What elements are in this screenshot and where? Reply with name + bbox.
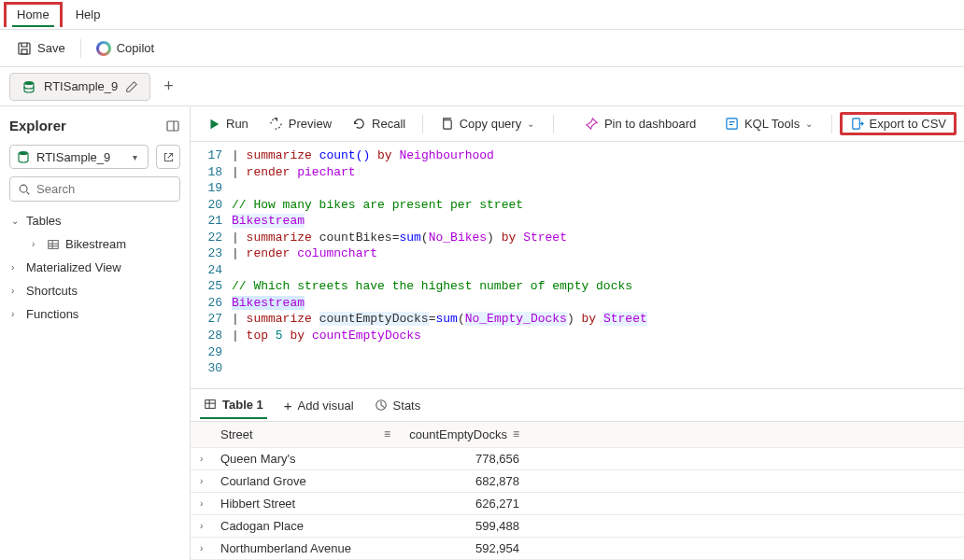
copilot-label: Copilot — [117, 41, 154, 55]
chevron-right-icon: › — [11, 309, 21, 319]
column-menu-icon[interactable]: ≡ — [513, 427, 519, 441]
table-row[interactable]: ›Hibbert Street626,271 — [191, 493, 964, 515]
save-button[interactable]: Save — [9, 37, 73, 60]
table-icon — [204, 398, 217, 411]
edit-icon[interactable] — [125, 80, 138, 93]
results-tab-stats[interactable]: Stats — [371, 393, 425, 418]
cell-street: Cadogan Place — [220, 519, 304, 533]
explorer-title: Explorer — [9, 118, 66, 133]
table-row[interactable]: ›Queen Mary's778,656 — [191, 448, 964, 470]
tools-icon — [725, 117, 739, 131]
chevron-right-icon[interactable]: › — [200, 476, 203, 486]
svg-rect-10 — [206, 400, 216, 409]
tree-shortcuts[interactable]: › Shortcuts — [9, 279, 180, 302]
save-icon — [17, 41, 32, 56]
recall-button[interactable]: Recall — [343, 113, 415, 134]
pin-icon — [585, 117, 599, 131]
file-tab[interactable]: RTISample_9 — [9, 73, 150, 101]
pin-dashboard-button[interactable]: Pin to dashboard — [575, 113, 705, 134]
preview-label: Preview — [289, 117, 332, 131]
table-row[interactable]: ›Cadogan Place599,488 — [191, 515, 964, 538]
svg-rect-1 — [21, 49, 27, 54]
preview-icon — [269, 117, 283, 131]
cell-count: 599,488 — [475, 519, 519, 533]
table-row[interactable]: ›Courland Grove682,878 — [191, 470, 964, 493]
collapse-panel-icon[interactable] — [165, 119, 180, 133]
col-count-label[interactable]: countEmptyDocks — [409, 427, 507, 441]
play-icon — [207, 118, 220, 131]
cell-count: 592,954 — [475, 541, 519, 555]
preview-button[interactable]: Preview — [260, 113, 341, 134]
cell-street: Hibbert Street — [220, 497, 295, 511]
tree-functions[interactable]: › Functions — [9, 302, 180, 326]
results-tab-table1[interactable]: Table 1 — [200, 392, 267, 419]
chevron-right-icon[interactable]: › — [200, 521, 203, 531]
svg-rect-7 — [443, 120, 450, 129]
export-icon — [850, 117, 864, 131]
cell-count: 626,271 — [475, 497, 519, 511]
menu-home[interactable]: Home — [4, 2, 63, 27]
chevron-down-icon: ⌄ — [527, 119, 536, 129]
cell-count: 778,656 — [475, 452, 519, 466]
line-gutter: 1718192021222324252627282930 — [191, 142, 232, 388]
run-label: Run — [226, 117, 248, 131]
chevron-right-icon[interactable]: › — [200, 498, 203, 509]
chevron-right-icon[interactable]: › — [200, 454, 203, 464]
column-menu-icon[interactable]: ≡ — [384, 427, 390, 441]
main-area: Run Preview Recall Copy query ⌄ Pin to d… — [191, 106, 964, 560]
kql-tools-button[interactable]: KQL Tools ⌄ — [716, 113, 824, 134]
tree-tables[interactable]: ⌄ Tables — [9, 209, 180, 232]
tree-materialized-view[interactable]: › Materialized View — [9, 256, 180, 279]
chevron-right-icon: › — [11, 262, 21, 273]
code-area[interactable]: | summarize count() by Neighbourhood| re… — [232, 142, 647, 388]
svg-rect-8 — [727, 119, 737, 129]
chevron-right-icon: › — [32, 239, 41, 249]
svg-rect-9 — [852, 119, 859, 129]
ribbon: Save Copilot — [0, 30, 964, 67]
results-tabbar: Table 1 + Add visual Stats — [191, 388, 964, 422]
table-row[interactable]: ›Northumberland Avenue592,954 — [191, 538, 964, 560]
results-tab-add-visual[interactable]: + Add visual — [280, 392, 358, 419]
search-icon — [18, 183, 31, 196]
pin-label: Pin to dashboard — [604, 117, 696, 131]
kql-tools-label: KQL Tools — [744, 117, 800, 131]
copy-query-button[interactable]: Copy query ⌄ — [431, 113, 546, 134]
col-street-label[interactable]: Street — [220, 427, 253, 441]
menu-help[interactable]: Help — [63, 2, 114, 27]
open-external-button[interactable] — [156, 145, 180, 169]
search-box[interactable] — [9, 176, 180, 202]
code-editor[interactable]: 1718192021222324252627282930 | summarize… — [191, 142, 964, 388]
tree-label: Functions — [26, 307, 78, 321]
export-csv-button[interactable]: Export to CSV — [840, 112, 957, 135]
divider — [80, 39, 81, 58]
copy-query-label: Copy query — [460, 117, 521, 131]
copilot-icon — [96, 41, 111, 56]
recall-label: Recall — [372, 117, 405, 131]
database-selector[interactable]: RTISample_9 ▾ — [9, 145, 149, 169]
results-table: Street ≡ countEmptyDocks ≡ ›Queen Mary's… — [191, 422, 964, 560]
cell-count: 682,878 — [475, 474, 519, 488]
svg-rect-6 — [49, 240, 59, 248]
new-tab-button[interactable]: + — [156, 73, 181, 100]
tab-label: Table 1 — [222, 398, 263, 412]
popout-icon — [163, 151, 175, 163]
svg-point-2 — [24, 81, 34, 85]
run-button[interactable]: Run — [198, 113, 258, 134]
chevron-right-icon[interactable]: › — [200, 543, 203, 553]
explorer-panel: Explorer RTISample_9 ▾ ⌄ Tables — [0, 106, 191, 560]
database-icon — [21, 79, 36, 94]
svg-rect-0 — [19, 43, 30, 54]
svg-point-5 — [20, 185, 27, 192]
tree-label: Materialized View — [26, 260, 121, 274]
tree-bikestream[interactable]: › Bikestream — [9, 232, 180, 256]
tab-label: Stats — [393, 399, 421, 413]
tree-label: Shortcuts — [26, 284, 78, 298]
plus-icon: + — [284, 398, 292, 413]
svg-point-4 — [19, 151, 28, 155]
search-input[interactable] — [36, 182, 193, 196]
save-label: Save — [37, 41, 65, 55]
database-icon — [16, 149, 31, 164]
stats-icon — [375, 399, 388, 412]
table-icon — [47, 238, 60, 251]
copilot-button[interactable]: Copilot — [89, 37, 162, 60]
